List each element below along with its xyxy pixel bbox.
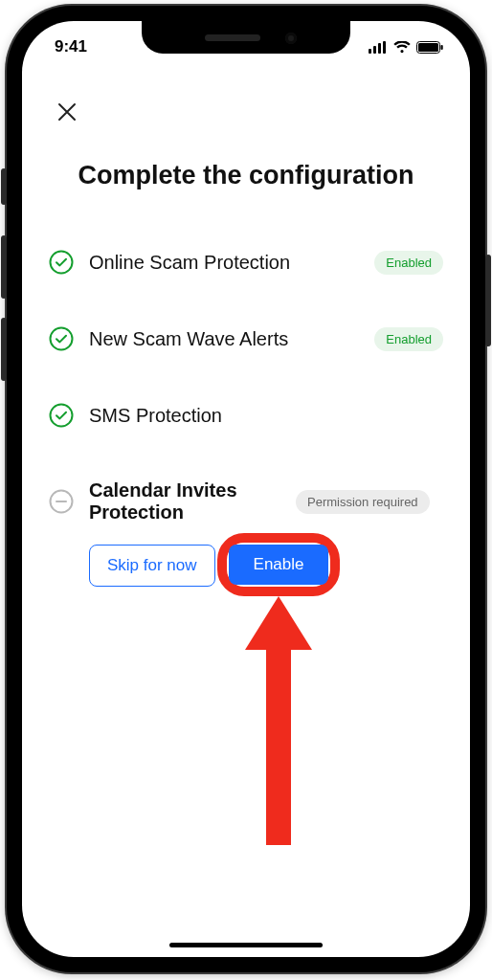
svg-rect-0: [369, 49, 371, 54]
feature-label: SMS Protection: [89, 405, 443, 427]
signal-icon: [369, 41, 388, 54]
svg-rect-1: [373, 46, 376, 54]
status-badge-permission: Permission required: [296, 490, 430, 514]
home-indicator: [169, 943, 323, 947]
action-row: Skip for now Enable: [89, 545, 443, 587]
status-right: [369, 41, 443, 54]
svg-rect-3: [383, 41, 386, 54]
svg-point-9: [51, 405, 73, 427]
status-badge-enabled: Enabled: [374, 251, 443, 275]
feature-row-wave-alerts: New Scam Wave Alerts Enabled: [49, 311, 443, 367]
svg-point-8: [51, 328, 73, 350]
status-badge-enabled: Enabled: [374, 327, 443, 351]
svg-rect-5: [418, 43, 438, 52]
check-circle-icon: [49, 403, 74, 428]
screen: 9:41: [22, 21, 470, 957]
content: Complete the configuration Online Scam P…: [22, 65, 470, 957]
svg-marker-12: [245, 596, 312, 845]
close-icon: [56, 101, 78, 122]
check-circle-icon: [49, 326, 74, 351]
enable-button[interactable]: Enable: [229, 545, 329, 585]
feature-row-sms: SMS Protection: [49, 388, 443, 443]
annotation-arrow-icon: [245, 596, 312, 845]
check-circle-icon: [49, 250, 74, 275]
feature-row-online-scam: Online Scam Protection Enabled: [49, 234, 443, 290]
phone-frame: 9:41: [7, 6, 485, 972]
notch: [142, 21, 350, 54]
close-button[interactable]: [53, 98, 81, 126]
status-time: 9:41: [55, 37, 87, 56]
pending-circle-icon: [49, 489, 74, 514]
feature-label: Calendar Invites Protection: [89, 479, 280, 523]
wifi-icon: [393, 41, 411, 54]
feature-label: Online Scam Protection: [89, 252, 359, 274]
battery-icon: [416, 41, 443, 54]
svg-point-7: [51, 252, 73, 274]
feature-row-calendar: Calendar Invites Protection Permission r…: [49, 464, 443, 539]
skip-button[interactable]: Skip for now: [89, 545, 215, 587]
page-title: Complete the configuration: [49, 161, 443, 190]
svg-rect-6: [441, 45, 443, 50]
feature-label: New Scam Wave Alerts: [89, 328, 359, 350]
svg-rect-2: [378, 43, 381, 54]
